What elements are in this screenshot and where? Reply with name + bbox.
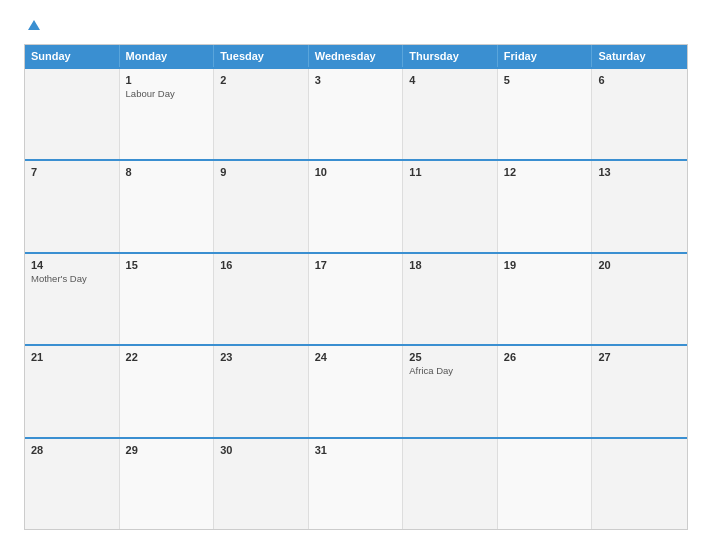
day-number: 11: [409, 166, 491, 178]
day-number: 15: [126, 259, 208, 271]
day-cell: 9: [214, 161, 309, 251]
day-cell: [592, 439, 687, 529]
day-number: 20: [598, 259, 681, 271]
day-cell: 13: [592, 161, 687, 251]
day-header-saturday: Saturday: [592, 45, 687, 67]
day-cell: [403, 439, 498, 529]
day-cell: 2: [214, 69, 309, 159]
week-row-2: 78910111213: [25, 159, 687, 251]
day-cell: 14Mother's Day: [25, 254, 120, 344]
day-number: 18: [409, 259, 491, 271]
day-number: 14: [31, 259, 113, 271]
day-number: 28: [31, 444, 113, 456]
day-number: 13: [598, 166, 681, 178]
day-cell: 4: [403, 69, 498, 159]
day-number: 21: [31, 351, 113, 363]
day-cell: 5: [498, 69, 593, 159]
day-cell: 16: [214, 254, 309, 344]
day-number: 16: [220, 259, 302, 271]
day-number: 1: [126, 74, 208, 86]
day-cell: 15: [120, 254, 215, 344]
day-header-monday: Monday: [120, 45, 215, 67]
day-cell: 22: [120, 346, 215, 436]
week-row-4: 2122232425Africa Day2627: [25, 344, 687, 436]
holiday-label: Africa Day: [409, 365, 491, 376]
day-cell: 1Labour Day: [120, 69, 215, 159]
calendar-grid: SundayMondayTuesdayWednesdayThursdayFrid…: [24, 44, 688, 530]
day-cell: 26: [498, 346, 593, 436]
day-number: 7: [31, 166, 113, 178]
day-number: 31: [315, 444, 397, 456]
day-number: 24: [315, 351, 397, 363]
day-number: 4: [409, 74, 491, 86]
day-cell: 23: [214, 346, 309, 436]
day-cell: 18: [403, 254, 498, 344]
holiday-label: Labour Day: [126, 88, 208, 99]
calendar-page: SundayMondayTuesdayWednesdayThursdayFrid…: [0, 0, 712, 550]
day-number: 23: [220, 351, 302, 363]
day-header-wednesday: Wednesday: [309, 45, 404, 67]
day-number: 2: [220, 74, 302, 86]
day-number: 22: [126, 351, 208, 363]
day-cell: 28: [25, 439, 120, 529]
day-number: 17: [315, 259, 397, 271]
day-cell: 21: [25, 346, 120, 436]
day-cell: 10: [309, 161, 404, 251]
week-row-5: 28293031: [25, 437, 687, 529]
day-number: 29: [126, 444, 208, 456]
day-header-friday: Friday: [498, 45, 593, 67]
day-cell: 8: [120, 161, 215, 251]
day-headers-row: SundayMondayTuesdayWednesdayThursdayFrid…: [25, 45, 687, 67]
day-cell: 6: [592, 69, 687, 159]
day-number: 5: [504, 74, 586, 86]
logo: [24, 20, 40, 30]
day-header-sunday: Sunday: [25, 45, 120, 67]
logo-blue-text: [24, 20, 40, 30]
weeks-container: 1Labour Day234567891011121314Mother's Da…: [25, 67, 687, 529]
logo-triangle-icon: [28, 20, 40, 30]
day-number: 12: [504, 166, 586, 178]
day-cell: 3: [309, 69, 404, 159]
day-cell: 7: [25, 161, 120, 251]
day-number: 27: [598, 351, 681, 363]
day-cell: 17: [309, 254, 404, 344]
day-cell: 25Africa Day: [403, 346, 498, 436]
week-row-3: 14Mother's Day151617181920: [25, 252, 687, 344]
day-number: 6: [598, 74, 681, 86]
day-cell: [25, 69, 120, 159]
day-cell: 31: [309, 439, 404, 529]
holiday-label: Mother's Day: [31, 273, 113, 284]
header: [24, 20, 688, 30]
day-cell: 27: [592, 346, 687, 436]
day-cell: 29: [120, 439, 215, 529]
day-number: 19: [504, 259, 586, 271]
day-cell: 11: [403, 161, 498, 251]
day-number: 9: [220, 166, 302, 178]
day-cell: 19: [498, 254, 593, 344]
day-cell: 30: [214, 439, 309, 529]
day-cell: [498, 439, 593, 529]
day-number: 8: [126, 166, 208, 178]
day-cell: 24: [309, 346, 404, 436]
day-number: 10: [315, 166, 397, 178]
day-number: 25: [409, 351, 491, 363]
day-cell: 20: [592, 254, 687, 344]
day-header-thursday: Thursday: [403, 45, 498, 67]
day-number: 30: [220, 444, 302, 456]
day-cell: 12: [498, 161, 593, 251]
day-number: 3: [315, 74, 397, 86]
day-number: 26: [504, 351, 586, 363]
week-row-1: 1Labour Day23456: [25, 67, 687, 159]
day-header-tuesday: Tuesday: [214, 45, 309, 67]
